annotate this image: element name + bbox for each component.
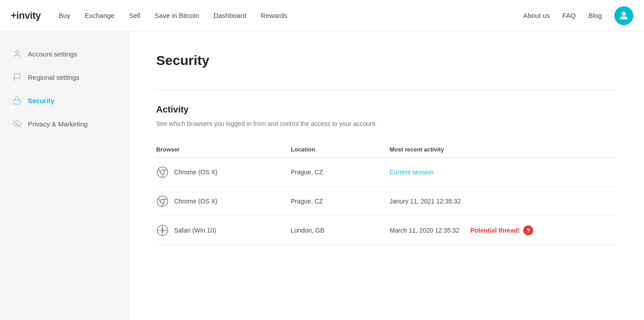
sidebar-label-account-settings: Account settings — [28, 50, 77, 58]
logo-plus: + — [11, 10, 16, 21]
col-activity: Most recent activity — [390, 142, 617, 158]
main-content: Security Activity See which browsers you… — [129, 31, 644, 320]
nav-about-us[interactable]: About us — [523, 12, 550, 19]
browser-name-1: Chrome (OS X) — [174, 169, 217, 176]
lock-icon — [13, 96, 22, 105]
nav-sell[interactable]: Sell — [129, 12, 140, 19]
nav-buy[interactable]: Buy — [59, 12, 70, 19]
nav-save-in-bitcoin[interactable]: Save in Bitcoin — [154, 12, 199, 19]
current-session-link[interactable]: Current session — [390, 169, 434, 176]
eye-off-icon — [13, 119, 22, 128]
threat-info-icon[interactable]: ? — [523, 225, 533, 235]
nav-dashboard[interactable]: Dashboard — [214, 12, 246, 19]
nav-faq[interactable]: FAQ — [562, 12, 576, 19]
activity-cell-2: Janury 11, 2021 12:35:32 — [390, 187, 617, 216]
sidebar-label-regional-settings: Regional settings — [28, 74, 79, 81]
activity-table: Browser Location Most recent activity — [156, 142, 617, 245]
chrome-icon — [156, 166, 169, 178]
page-layout: Account settings Regional settings Secur… — [0, 31, 644, 320]
sidebar-item-regional-settings[interactable]: Regional settings — [0, 65, 129, 89]
sidebar-label-security: Security — [28, 97, 54, 104]
location-cell-1: Prague, CZ — [291, 158, 390, 187]
col-location: Location — [291, 142, 390, 158]
browser-cell-1: Chrome (OS X) — [156, 158, 291, 187]
sidebar-item-privacy-marketing[interactable]: Privacy & Marketing — [0, 112, 129, 135]
table-row: Chrome (OS X) Prague, CZ Current session — [156, 158, 617, 187]
logo[interactable]: +invity — [11, 10, 41, 22]
table-row: Safari (Win 10) London, GB March 11, 202… — [156, 216, 617, 245]
table-row: Chrome (OS X) Prague, CZ Janury 11, 2021… — [156, 187, 617, 216]
sidebar-item-account-settings[interactable]: Account settings — [0, 42, 129, 65]
navbar: +invity Buy Exchange Sell Save in Bitcoi… — [0, 0, 644, 31]
user-icon — [619, 11, 629, 21]
svg-point-1 — [16, 51, 19, 54]
svg-point-0 — [622, 12, 625, 15]
sidebar-label-privacy-marketing: Privacy & Marketing — [28, 120, 88, 128]
activity-timestamp-3: March 11, 2020 12:35:32 — [390, 227, 460, 234]
user-avatar-button[interactable] — [614, 6, 633, 25]
page-title: Security — [156, 53, 617, 68]
flag-icon — [13, 73, 22, 82]
location-cell-3: London, GB — [291, 216, 390, 245]
browser-cell-3: Safari (Win 10) — [156, 216, 291, 245]
activity-cell-3: March 11, 2020 12:35:32 Potential thread… — [390, 216, 617, 245]
nav-exchange[interactable]: Exchange — [85, 12, 115, 19]
nav-rewards[interactable]: Rewards — [261, 12, 287, 19]
sidebar: Account settings Regional settings Secur… — [0, 31, 129, 320]
activity-cell-1: Current session — [390, 158, 617, 187]
safari-icon — [156, 224, 169, 237]
location-cell-2: Prague, CZ — [291, 187, 390, 216]
activity-description: See which browsers you logged in from an… — [156, 120, 617, 127]
chrome-icon — [156, 195, 169, 208]
browser-name-2: Chrome (OS X) — [174, 198, 217, 205]
sidebar-item-security[interactable]: Security — [0, 89, 129, 112]
section-divider — [156, 90, 617, 90]
nav-blog[interactable]: Blog — [588, 12, 602, 19]
threat-label: Potential thread! — [470, 227, 520, 234]
svg-rect-3 — [14, 100, 21, 104]
nav-links: Buy Exchange Sell Save in Bitcoin Dashbo… — [59, 12, 523, 19]
browser-cell-2: Chrome (OS X) — [156, 187, 291, 216]
logo-name: invity — [16, 10, 40, 21]
user-icon — [13, 49, 22, 58]
nav-right: About us FAQ Blog — [523, 6, 633, 25]
browser-name-3: Safari (Win 10) — [174, 227, 216, 234]
activity-section-title: Activity — [156, 104, 617, 115]
col-browser: Browser — [156, 142, 291, 158]
